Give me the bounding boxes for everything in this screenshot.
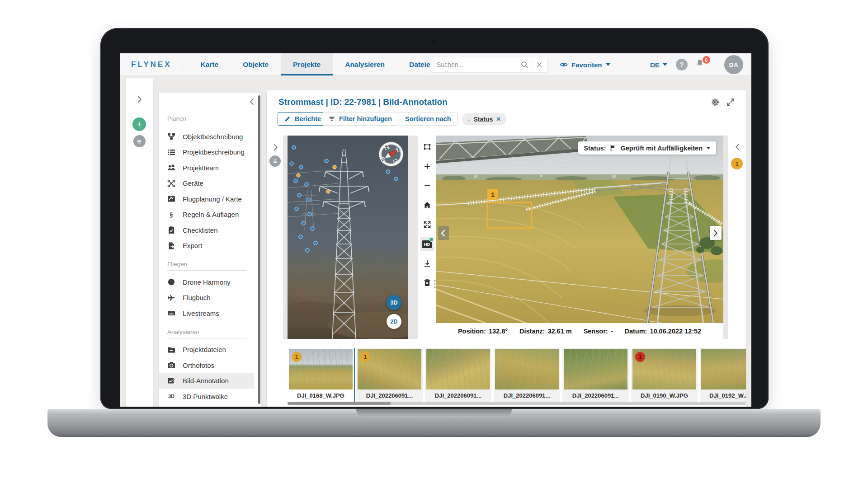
notifications-button[interactable]: 6	[695, 59, 707, 71]
sidebar-item-label: Drone Harmony	[183, 278, 231, 286]
nav-tab-objekte[interactable]: Objekte	[231, 53, 281, 75]
thumbnail-dji-0192-w-jpg[interactable]: DJI_0192_W.JPG	[700, 348, 746, 404]
add-filter-label: Filter hinzufügen	[339, 115, 392, 122]
sidebar-item-label: Projektbeschreibung	[183, 148, 245, 156]
sidebar-item-projektteam[interactable]: Projektteam	[159, 160, 254, 176]
pointcloud-icon: 3D	[167, 392, 175, 400]
status-filter-chip[interactable]: ↓ Status ✕	[462, 113, 506, 125]
expand-rail-chevron-icon[interactable]	[135, 95, 143, 103]
thumbnail-dji-202206091[interactable]: 1DJI_202206091...	[356, 348, 423, 404]
project-files-icon	[167, 346, 175, 354]
status-label: Status:	[584, 145, 606, 152]
thumbnail-image	[564, 349, 627, 389]
page-title: Strommast | ID: 22-7981 | Bild-Annotatio…	[278, 97, 448, 107]
search-input[interactable]	[436, 61, 520, 69]
project-list-icon	[167, 148, 175, 156]
sidebar-scrollbar[interactable]	[258, 95, 260, 404]
fullscreen-button[interactable]	[420, 218, 434, 231]
next-image-button[interactable]	[710, 226, 722, 240]
thumbnail-dji-202206091[interactable]: DJI_202206091...	[494, 348, 560, 404]
chevron-down-icon	[706, 147, 711, 150]
expand-panel-chevron-icon[interactable]	[271, 143, 278, 150]
sidebar-item-bild-annotation[interactable]: Bild-Annotation	[159, 373, 254, 389]
thumbnail-dji-202206091[interactable]: DJI_202206091...	[562, 348, 629, 404]
flynex-logo[interactable]: FLYNEX	[120, 53, 183, 75]
sidebar-item-checklisten[interactable]: Checklisten	[159, 222, 254, 238]
hd-toggle[interactable]: HD	[420, 237, 434, 251]
sidebar-item-livestreams[interactable]: LIVELivestreams	[159, 305, 254, 321]
open-panel-chevron-icon[interactable]	[733, 142, 741, 150]
sidebar-item-flugbuch[interactable]: Flugbuch	[159, 290, 254, 306]
laptop-frame: FLYNEX KarteObjekteProjekteAnalysierenDa…	[100, 28, 769, 409]
favorites-toggle[interactable]: Favoriten	[560, 53, 610, 76]
sidebar-item-drone-harmony[interactable]: Drone Harmony	[159, 274, 254, 290]
layers-list-icon[interactable]	[269, 155, 281, 167]
add-button[interactable]: +	[132, 117, 146, 131]
sort-by-label: Sortieren nach	[405, 115, 451, 122]
sidebar-item-flugplanung-karte[interactable]: Flugplanung / Karte	[159, 191, 254, 207]
team-icon	[167, 164, 175, 172]
user-avatar[interactable]: DA	[724, 55, 743, 74]
image-status-dropdown[interactable]: Status: Geprüft mit Auffälligkeiten	[578, 141, 716, 155]
sidebar-item-regeln-auflagen[interactable]: §Regeln & Auflagen	[159, 207, 254, 223]
sidebar-item-geräte[interactable]: Geräte	[159, 176, 254, 192]
clear-search-icon[interactable]	[535, 61, 543, 69]
thumbnail-scrollbar	[288, 402, 746, 405]
zoom-out-button[interactable]	[420, 179, 434, 192]
svg-text:LIVE: LIVE	[169, 312, 174, 315]
remove-chip-icon[interactable]: ✕	[496, 116, 501, 122]
add-filter-button[interactable]: Filter hinzufügen	[322, 112, 398, 126]
sidebar-item-projektdateien[interactable]: Projektdateien	[159, 342, 254, 358]
thumbnail-filename: DJI_0168_W.JPG	[289, 389, 353, 402]
view-3d-button[interactable]: 3D	[387, 295, 401, 310]
sidebar-item-objektbeschreibung[interactable]: Objektbeschreibung	[159, 129, 254, 145]
fullscreen-icon	[423, 220, 432, 229]
thumbnail-dji-0190-w-jpg[interactable]: 1DJI_0190_W.JPG	[631, 348, 698, 404]
thumbnail-scrollbar-thumb[interactable]	[288, 402, 391, 405]
sort-by-button[interactable]: Sortieren nach	[399, 112, 458, 126]
sidebar-item-projektbeschreibung[interactable]: Projektbeschreibung	[159, 145, 254, 160]
pointcloud-3d-view[interactable]: NESW 3D 2D	[288, 136, 408, 339]
sidebar-item-orthofotos[interactable]: Orthofotos	[159, 357, 254, 373]
chevron-down-icon	[663, 63, 667, 66]
sidebar-item-export[interactable]: Export	[159, 238, 254, 254]
help-button[interactable]: ?	[676, 59, 688, 70]
nav-tab-analysieren[interactable]: Analysieren	[333, 53, 397, 75]
thumbnail-dji-202206091[interactable]: DJI_202206091...	[425, 348, 491, 404]
view-2d-button[interactable]: 2D	[387, 314, 401, 329]
laptop-base	[47, 409, 821, 437]
reports-button[interactable]: Berichte	[278, 112, 327, 126]
annotation-box-tool[interactable]	[420, 140, 434, 154]
thumbnail-annotation-badge: 1	[635, 352, 645, 362]
inspection-photo[interactable]: 1 Status: Geprüft mit Auffälligkeiten	[436, 136, 723, 323]
svg-text:3D: 3D	[168, 394, 175, 399]
zoom-in-icon	[423, 162, 432, 171]
previous-image-button[interactable]	[438, 226, 449, 240]
nav-tab-karte[interactable]: Karte	[189, 53, 231, 75]
annotation-box-icon	[423, 142, 432, 151]
search-divider	[532, 61, 532, 68]
delete-button[interactable]	[420, 276, 434, 290]
sidebar-item-label: Livestreams	[183, 310, 219, 317]
compass-widget[interactable]: NESW	[377, 140, 405, 168]
language-selector[interactable]: DE	[650, 53, 667, 76]
download-button[interactable]	[420, 257, 434, 270]
nav-tab-projekte[interactable]: Projekte	[281, 53, 333, 75]
sidebar-item-3d-punktwolke[interactable]: 3D3D Punktwolke	[159, 389, 254, 404]
chevron-down-icon	[606, 63, 610, 66]
thumbnail-dji-0168-w-jpg[interactable]: 1DJI_0168_W.JPG	[288, 348, 354, 404]
hd-enabled-check-icon	[429, 237, 434, 242]
left-rail: +	[126, 78, 153, 407]
expand-panel-icon[interactable]	[726, 98, 735, 107]
search-icon[interactable]	[520, 61, 528, 69]
gear-icon[interactable]	[711, 98, 720, 107]
reset-view-button[interactable]	[420, 198, 434, 212]
zoom-out-icon	[423, 181, 432, 190]
checklist-icon	[167, 226, 175, 234]
collapse-sidebar-chevron-icon[interactable]	[248, 97, 256, 105]
thumbnail-filename: DJI_202206091...	[564, 389, 627, 402]
layers-list-icon[interactable]	[133, 135, 146, 147]
annotation-count-badge: 1	[731, 158, 743, 169]
nav-divider	[183, 59, 183, 70]
zoom-in-button[interactable]	[420, 160, 434, 173]
